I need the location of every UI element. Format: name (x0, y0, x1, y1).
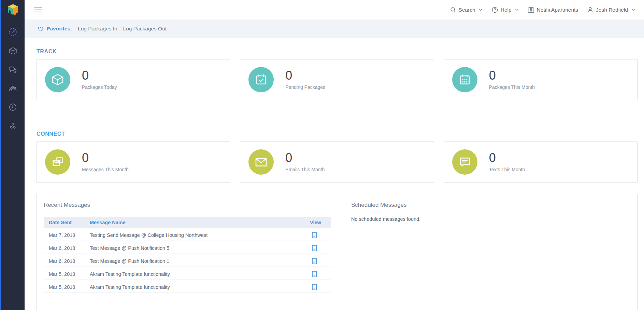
message-name: Test Message @ Push Notification 5 (90, 245, 310, 251)
organization-label: Notifii Apartments (537, 7, 578, 13)
recent-messages-title: Recent Messages (44, 202, 331, 208)
people-group-icon (8, 84, 17, 93)
column-header-view: View (310, 220, 326, 225)
help-icon (492, 7, 498, 13)
calendar-check-icon (255, 73, 268, 86)
sidebar-item-residents[interactable] (1, 79, 25, 98)
view-message-button[interactable] (312, 271, 317, 277)
stat-card-packages-this-month: 0 Packages This Month (444, 59, 638, 100)
building-icon (528, 7, 534, 13)
stat-card-packages-today: 0 Packages Today (37, 59, 230, 100)
chevron-down-icon (631, 9, 635, 11)
section-divider (37, 119, 638, 119)
document-icon (312, 232, 317, 238)
track-cards-row: 0 Packages Today 0 Pending Packages (37, 59, 638, 100)
sidebar-item-dashboard[interactable] (1, 23, 25, 41)
stat-label: Emails This Month (285, 167, 325, 172)
sidebar-nav (1, 19, 25, 135)
heart-icon (38, 26, 44, 32)
organization-menu[interactable]: Notifii Apartments (528, 7, 578, 13)
document-icon (312, 245, 317, 251)
notifii-cube-logo-icon (7, 3, 19, 16)
message-name: Test Message @ Push Notification 1 (90, 258, 310, 264)
help-menu[interactable]: Help (492, 7, 519, 13)
envelope-icon (254, 155, 268, 169)
chat-bubbles-icon (9, 65, 17, 74)
chevron-down-icon (515, 9, 519, 11)
sidebar-item-packages[interactable] (1, 41, 25, 60)
scheduled-messages-empty-text: No scheduled messages found. (351, 216, 629, 222)
stat-card-emails-this-month: 0 Emails This Month (240, 141, 434, 183)
stat-label: Packages Today (82, 84, 117, 90)
track-section-title: TRACK (37, 49, 638, 55)
connect-section-title: CONNECT (37, 131, 638, 137)
column-header-date-sent: Date Sent (49, 220, 90, 225)
view-message-button[interactable] (312, 258, 317, 264)
favorites-bar: Favorites: Log Packages In Log Packages … (25, 19, 644, 38)
help-label: Help (501, 7, 512, 13)
stat-value: 0 (82, 69, 117, 82)
menu-toggle-button[interactable] (34, 6, 42, 14)
favorite-link-log-packages-in[interactable]: Log Packages In (78, 26, 117, 32)
stat-value: 0 (489, 69, 535, 82)
stat-card-pending-packages: 0 Pending Packages (240, 59, 434, 100)
table-row: Mar 7, 2018 Testing Send Message @ Colle… (44, 229, 331, 241)
chevron-down-icon (479, 9, 483, 11)
stat-value: 0 (489, 152, 525, 164)
sidebar-item-integrations[interactable] (1, 117, 25, 135)
stat-label: Pending Packages (285, 84, 325, 90)
user-name-label: Josh Redfield (596, 7, 628, 13)
stat-label: Texts This Month (489, 167, 525, 172)
document-icon (312, 271, 317, 277)
view-message-button[interactable] (312, 245, 317, 251)
mail-stack-icon (51, 155, 65, 169)
search-icon (450, 7, 456, 13)
stat-value: 0 (285, 152, 325, 164)
clock-icon (8, 103, 17, 112)
message-date: Mar 5, 2018 (49, 271, 90, 277)
chat-bubble-icon (458, 155, 472, 169)
recent-messages-table: Date Sent Message Name View Mar 7, 2018 … (44, 217, 331, 293)
dashboard-gauge-icon (8, 27, 17, 37)
column-header-message-name: Message Name (90, 220, 310, 225)
package-cube-icon (51, 73, 65, 86)
document-icon (312, 284, 317, 290)
stat-card-texts-this-month: 0 Texts This Month (444, 141, 638, 183)
document-icon (312, 258, 317, 264)
view-message-button[interactable] (312, 232, 317, 238)
stat-value: 0 (285, 69, 325, 82)
stat-card-messages-this-month: 0 Messages This Month (37, 141, 230, 183)
favorites-label: Favorites: (47, 26, 72, 32)
sidebar-item-messages[interactable] (1, 60, 25, 79)
sidebar-item-history[interactable] (1, 98, 25, 117)
sidebar (0, 0, 25, 310)
message-date: Mar 7, 2018 (49, 232, 90, 238)
view-message-button[interactable] (312, 284, 317, 290)
table-row: Mar 6, 2018 Test Message @ Push Notifica… (44, 242, 331, 254)
dashboard-content: TRACK 0 Packages Today (25, 38, 644, 310)
package-cube-icon (9, 46, 17, 55)
search-menu[interactable]: Search (450, 7, 483, 13)
message-date: Mar 6, 2018 (49, 258, 90, 264)
message-date: Mar 6, 2018 (49, 245, 90, 251)
table-row: Mar 6, 2018 Test Message @ Push Notifica… (44, 255, 331, 267)
favorite-link-log-packages-out[interactable]: Log Packages Out (123, 26, 167, 32)
message-name: Testing Send Message @ College Housing N… (90, 232, 310, 238)
stat-value: 0 (82, 152, 129, 164)
stat-label: Packages This Month (489, 84, 535, 90)
scheduled-messages-panel: Scheduled Messages No scheduled messages… (343, 194, 638, 310)
notifii-logo[interactable] (1, 0, 25, 19)
scheduled-messages-title: Scheduled Messages (351, 202, 629, 208)
message-date: Mar 5, 2018 (49, 284, 90, 290)
calendar-month-icon (458, 73, 471, 86)
top-header: Search Help N (25, 0, 644, 19)
table-row: Mar 5, 2018 Akram Testing Template funct… (44, 268, 331, 280)
search-label: Search (459, 7, 475, 13)
message-name: Akram Testing Template functionality (90, 284, 310, 290)
recent-messages-panel: Recent Messages Date Sent Message Name V… (37, 194, 338, 310)
stat-label: Messages This Month (82, 167, 129, 172)
user-menu[interactable]: Josh Redfield (587, 7, 635, 13)
table-header-row: Date Sent Message Name View (44, 217, 331, 228)
table-row: Mar 5, 2018 Akram Testing Template funct… (44, 281, 331, 293)
nodes-icon (8, 121, 17, 131)
